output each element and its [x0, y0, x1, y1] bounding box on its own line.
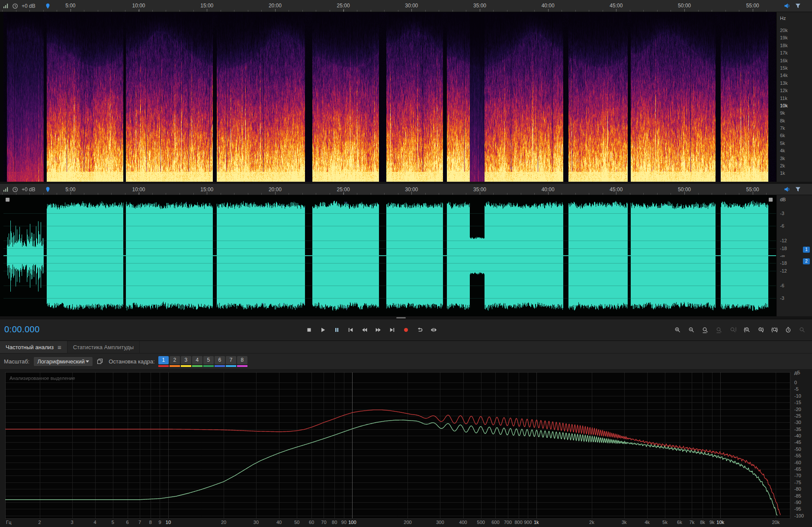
rewind-button[interactable] [358, 324, 371, 336]
hold-frame-button[interactable]: 3 [181, 356, 191, 364]
pause-button[interactable] [331, 324, 343, 336]
channel-2-badge[interactable]: 2 [803, 258, 810, 264]
frequency-axis-label: 6k [780, 132, 788, 139]
hold-frame-button[interactable]: 2 [170, 356, 180, 364]
transport-bar: 0:00.000 [0, 319, 812, 341]
amplitude-axis-labels: -3-6-12-18-∞-18-12-6-3 [777, 195, 812, 316]
prev-button[interactable] [344, 324, 357, 336]
analyzed-selection-label: Анализированное выделение [10, 376, 75, 381]
hold-color-bar [203, 365, 214, 367]
copy-icon[interactable] [97, 358, 103, 364]
y-tick-label: -35 [794, 427, 801, 432]
waveform-canvas[interactable] [3, 195, 776, 316]
clock-icon[interactable] [12, 3, 18, 9]
ruler-left-tools: +0 dB [3, 0, 51, 12]
waveform-timeline-ruler[interactable]: +0 dB 5:0010:0015:0020:0025:0030:0035:00… [0, 184, 812, 195]
zoom-reset-button[interactable] [796, 324, 809, 336]
hold-color-bar [158, 365, 169, 367]
transport-buttons [303, 324, 440, 336]
record-button[interactable] [400, 324, 412, 336]
scale-dropdown[interactable]: Логарифмический [33, 357, 93, 366]
x-tick-label: 2k [589, 520, 594, 525]
hold-frame-button[interactable]: 8 [237, 356, 247, 364]
gain-indicator[interactable]: +0 dB [22, 3, 35, 9]
frequency-axis-label: 19k [780, 34, 788, 42]
amplitude-axis-label: -18 [780, 260, 787, 266]
y-tick-label: -65 [794, 466, 801, 472]
zoom-amplitude-button[interactable] [726, 324, 739, 336]
zoom-in-button[interactable] [671, 324, 684, 336]
horizontal-scrollbar-handle[interactable] [396, 317, 406, 318]
frequency-axis-label: 8k [780, 117, 788, 125]
x-tick-label: 20 [221, 520, 226, 525]
pin-icon[interactable] [45, 3, 51, 9]
x-tick-label: 7k [690, 520, 695, 525]
frequency-axis-label: 17k [780, 49, 788, 57]
x-tick-label: 700 [504, 520, 512, 525]
amplitude-axis-label: -12 [780, 238, 787, 243]
amplitude-axis: dB -3-6-12-18-∞-18-12-6-3 1 2 [776, 195, 812, 316]
playhead-time-display[interactable]: 0:00.000 [4, 325, 40, 334]
amplitude-axis-label: -3 [780, 211, 784, 216]
zoom-selection-button[interactable] [768, 324, 781, 336]
x-tick-label: 70 [321, 520, 326, 525]
hold-color-bar [170, 365, 180, 367]
filter-icon[interactable] [795, 3, 801, 9]
y-tick-label: -75 [794, 480, 801, 485]
tab-frequency-analysis[interactable]: Частотный анализ ≡ [0, 341, 67, 353]
zoom-timer-button[interactable] [782, 324, 795, 336]
frequency-axis-label: 14k [780, 72, 788, 79]
panel-menu-icon[interactable]: ≡ [58, 344, 61, 351]
y-tick-label: -85 [794, 493, 801, 498]
play-button[interactable] [317, 324, 329, 336]
corner-grabber-left[interactable] [6, 198, 10, 202]
forward-button[interactable] [372, 324, 385, 336]
stop-button[interactable] [303, 324, 315, 336]
chart-canvas [5, 372, 790, 519]
hold-frame-cell: 5 [203, 356, 214, 367]
zoom-sel-right-button[interactable] [754, 324, 767, 336]
corner-grabber-right[interactable] [769, 198, 773, 202]
x-tick-label: 900 [524, 520, 532, 525]
scale-label: Масштаб: [4, 358, 29, 365]
gain-indicator[interactable]: +0 dB [22, 186, 35, 193]
hold-frame-button[interactable]: 5 [203, 356, 214, 364]
monitor-icon[interactable] [784, 3, 790, 9]
frequency-axis-labels: 20k19k18k17k16k15k14k13k12k11k10k9k8k7k6… [780, 27, 788, 177]
hold-color-bar [181, 365, 191, 367]
filter-icon[interactable] [795, 186, 801, 192]
y-tick-label: -5 [794, 386, 799, 392]
x-tick-label: 400 [459, 520, 467, 525]
frequency-analysis-graph: Анализированное выделение Гц234567891020… [0, 369, 812, 527]
zoom-sel-left-button[interactable] [740, 324, 753, 336]
chevron-down-icon [86, 360, 89, 363]
x-tick-label: 10k [716, 520, 724, 525]
spectrogram-timeline-ruler[interactable]: +0 dB 5:0010:0015:0020:0025:0030:0035:00… [0, 0, 812, 12]
loop-button[interactable] [414, 324, 426, 336]
y-tick-label: -20 [794, 407, 801, 412]
amplitude-axis-label: -12 [780, 268, 787, 273]
spectrogram-panel: Hz 20k19k18k17k16k15k14k13k12k11k10k9k8k… [0, 12, 812, 182]
y-tick-label: -95 [794, 506, 801, 511]
hold-frame-button[interactable]: 1 [158, 356, 169, 364]
clock-icon[interactable] [12, 186, 18, 193]
frequency-axis: Hz 20k19k18k17k16k15k14k13k12k11k10k9k8k… [776, 12, 812, 182]
hold-color-bar [215, 365, 225, 367]
x-tick-label: 800 [514, 520, 522, 525]
zoom-out-time-button[interactable] [713, 324, 725, 336]
tab-amplitude-statistics[interactable]: Статистика Амплитуды [67, 341, 140, 353]
monitor-icon[interactable] [784, 186, 790, 192]
next-button[interactable] [386, 324, 398, 336]
hold-frame-button[interactable]: 6 [215, 356, 225, 364]
spectrogram-canvas[interactable] [3, 12, 776, 182]
hold-frame-button[interactable]: 4 [192, 356, 202, 364]
zoom-in-time-button[interactable] [699, 324, 712, 336]
zoom-out-button[interactable] [685, 324, 698, 336]
pin-icon[interactable] [45, 186, 51, 193]
amplitude-axis-label: -∞ [780, 253, 785, 258]
channel-1-badge[interactable]: 1 [803, 247, 810, 253]
hold-frame-button[interactable]: 7 [226, 356, 236, 364]
hold-frame-buttons: 1 2 3 4 [158, 356, 247, 367]
skip-button[interactable] [427, 324, 440, 336]
analysis-tabs: Частотный анализ ≡ Статистика Амплитуды [0, 341, 812, 353]
